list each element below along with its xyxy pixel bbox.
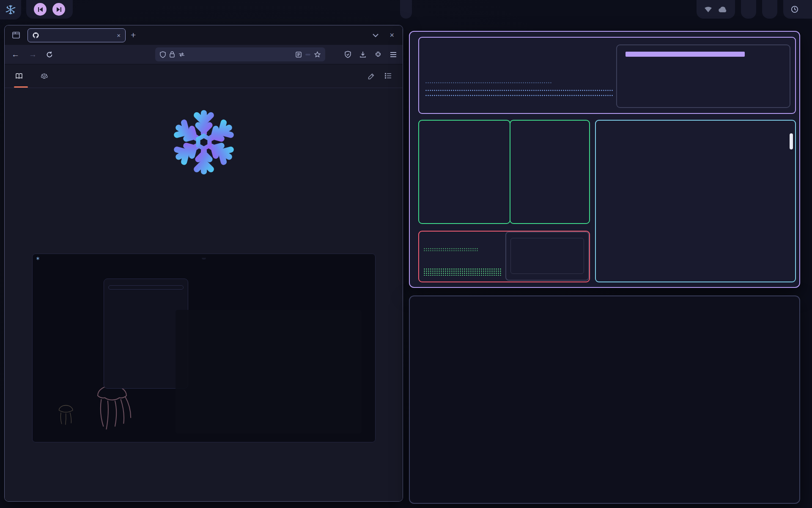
- reload-icon: [46, 51, 53, 58]
- tab-close-icon[interactable]: ×: [117, 32, 121, 39]
- tab-mit-license[interactable]: [41, 64, 52, 88]
- tray-pill: [697, 0, 735, 19]
- pipes-screensaver: [410, 296, 798, 501]
- firefox-window: × + × ← →: [4, 25, 403, 502]
- book-icon: [16, 73, 22, 80]
- tab-bar: × + ×: [5, 25, 403, 45]
- browser-tab[interactable]: ×: [27, 28, 126, 42]
- screenshot-workspaces: [202, 258, 206, 260]
- desktop-screenshot-image: [32, 254, 376, 442]
- snowflake-icon: [5, 5, 16, 15]
- navigation-bar: ← →: [5, 45, 403, 64]
- forward-button[interactable]: →: [29, 50, 37, 59]
- screenshot-status-bar: [33, 254, 375, 263]
- menu-hamburger-icon[interactable]: [390, 52, 397, 57]
- cava-visualizer: [176, 310, 362, 433]
- cpu-usage-graph: [425, 82, 552, 84]
- reload-button[interactable]: [46, 51, 53, 58]
- rainbow-divider: [38, 203, 370, 207]
- zoom-level-badge[interactable]: [305, 54, 310, 55]
- net-interface-panel: [505, 232, 589, 281]
- btop-terminal-window: [409, 31, 800, 288]
- net-download-graph: [423, 248, 478, 251]
- nixos-snowflake-logo: [168, 107, 239, 178]
- cloud-icon[interactable]: [718, 6, 727, 13]
- network-box: [418, 231, 590, 282]
- skip-forward-icon: [56, 7, 62, 12]
- lock-icon: [170, 51, 175, 58]
- cpu-box: [418, 37, 796, 114]
- tracking-shield-icon[interactable]: [345, 51, 351, 58]
- readme-content: [5, 88, 403, 501]
- process-box: [595, 120, 796, 282]
- nixos-launcher-button[interactable]: [0, 0, 21, 19]
- media-next-button[interactable]: [52, 3, 65, 16]
- pipes-terminal-window: [409, 295, 800, 504]
- clock-icon: [791, 6, 798, 13]
- cpu-total-meter: [625, 52, 745, 57]
- new-tab-button[interactable]: +: [131, 30, 136, 40]
- github-icon: [33, 32, 39, 39]
- shield-icon[interactable]: [160, 51, 166, 58]
- system-stats-pill: [741, 0, 756, 19]
- window-close-icon[interactable]: ×: [390, 31, 394, 40]
- screenshot-snowflake-icon: [36, 257, 40, 261]
- clock-pill: [783, 0, 812, 19]
- cpu-usage-graph-line1: [425, 89, 614, 92]
- back-button[interactable]: ←: [11, 50, 19, 59]
- memory-box: [418, 120, 510, 224]
- jellyfish-art-small: [49, 394, 88, 436]
- github-file-header: [5, 64, 403, 88]
- https-upgrade-icon: [178, 52, 185, 57]
- media-controls-pill: [26, 0, 73, 19]
- cpu-usage-graph-line2: [425, 94, 614, 97]
- extension-icon[interactable]: [375, 51, 381, 58]
- skip-back-icon: [38, 7, 43, 12]
- wifi-applet-icon[interactable]: [704, 6, 712, 13]
- firefox-view-icon[interactable]: [10, 29, 22, 41]
- edit-pencil-icon[interactable]: [368, 73, 375, 80]
- scales-icon: [41, 73, 48, 80]
- process-table-header: [596, 121, 795, 126]
- net-rates-panel: [510, 238, 584, 274]
- net-download-graph-2: [423, 268, 502, 276]
- audio-network-pill: [762, 0, 777, 19]
- media-previous-button[interactable]: [34, 3, 47, 16]
- chevron-down-icon[interactable]: [373, 33, 379, 37]
- url-bar[interactable]: [155, 47, 325, 61]
- download-icon[interactable]: [359, 51, 366, 58]
- workspaces-pill: [400, 0, 412, 19]
- bookmark-star-icon[interactable]: [314, 51, 321, 58]
- cpu-detail-panel: [616, 44, 790, 108]
- fetch-info-box: [108, 285, 184, 290]
- proc-scrollbar[interactable]: [790, 133, 793, 149]
- tab-readme[interactable]: [16, 64, 26, 88]
- reader-mode-icon[interactable]: [296, 52, 302, 58]
- outline-list-icon[interactable]: [385, 73, 392, 79]
- top-bar: [0, 0, 812, 20]
- disks-box: [510, 120, 590, 224]
